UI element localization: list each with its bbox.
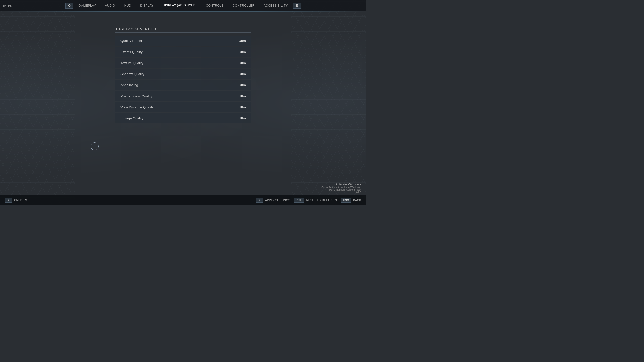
dlc-text: Hell's Rangers Content Pack <box>329 188 361 191</box>
setting-name-antialiasing: Antialiasing <box>120 83 138 87</box>
section-title: DISPLAY ADVANCED <box>115 27 251 33</box>
setting-value-texture-quality: Ultra <box>239 61 246 65</box>
nav-key-right[interactable]: E <box>293 3 301 9</box>
setting-name-texture-quality: Texture Quality <box>120 61 143 65</box>
setting-foliage-quality[interactable]: Foliage Quality Ultra <box>115 113 251 123</box>
back-group: ESC BACK <box>341 198 361 203</box>
tab-controls[interactable]: CONTROLS <box>202 2 228 9</box>
setting-name-quality-preset: Quality Preset <box>120 39 142 43</box>
setting-quality-preset[interactable]: Quality Preset Ultra <box>115 36 251 46</box>
apply-key[interactable]: X <box>256 198 263 203</box>
setting-antialiasing[interactable]: Antialiasing Ultra <box>115 80 251 90</box>
activate-title: Activate Windows <box>321 182 361 186</box>
setting-value-view-distance-quality: Ultra <box>239 105 246 109</box>
setting-value-post-process-quality: Ultra <box>239 94 246 98</box>
apply-label: APPLY SETTINGS <box>265 199 290 202</box>
tab-display-advanced[interactable]: DISPLAY (ADVANCED) <box>159 2 201 9</box>
setting-view-distance-quality[interactable]: View Distance Quality Ultra <box>115 102 251 112</box>
tab-audio[interactable]: AUDIO <box>101 2 119 9</box>
reset-key[interactable]: DEL <box>294 198 304 203</box>
setting-value-shadow-quality: Ultra <box>239 72 246 76</box>
tab-display[interactable]: DISPLAY <box>136 2 157 9</box>
setting-name-view-distance-quality: View Distance Quality <box>120 105 154 109</box>
reset-defaults-group: DEL RESET TO DEFAULTS <box>294 198 337 203</box>
bottom-bar: Z CREDITS X APPLY SETTINGS DEL RESET TO … <box>0 195 366 205</box>
activate-windows: Activate Windows Go to Settings to activ… <box>321 182 361 189</box>
version-info: Hell's Rangers Content Pack 1.02.0 <box>329 188 361 194</box>
bottom-right: X APPLY SETTINGS DEL RESET TO DEFAULTS E… <box>256 198 361 203</box>
setting-name-post-process-quality: Post Process Quality <box>120 94 152 98</box>
setting-name-shadow-quality: Shadow Quality <box>120 72 144 76</box>
setting-name-foliage-quality: Foliage Quality <box>120 116 143 120</box>
fps-counter: 60 FPS <box>3 4 12 7</box>
deco-line-top <box>0 11 366 12</box>
tab-hud[interactable]: HUD <box>120 2 135 9</box>
setting-shadow-quality[interactable]: Shadow Quality Ultra <box>115 69 251 79</box>
setting-value-effects-quality: Ultra <box>239 50 246 54</box>
version-text: 1.02.0 <box>329 191 361 194</box>
nav-key-left[interactable]: Q <box>65 3 73 9</box>
settings-panel: DISPLAY ADVANCED Quality Preset Ultra Ef… <box>115 27 251 124</box>
setting-value-antialiasing: Ultra <box>239 83 246 87</box>
tab-controller[interactable]: CONTROLLER <box>229 2 259 9</box>
credits-key[interactable]: Z <box>5 198 12 203</box>
credits-label: CREDITS <box>14 199 27 202</box>
tab-gameplay[interactable]: GAMEPLAY <box>74 2 100 9</box>
back-label: BACK <box>353 199 361 202</box>
bottom-left: Z CREDITS <box>5 198 27 203</box>
nav-bar: 60 FPS Q GAMEPLAY AUDIO HUD DISPLAY DISP… <box>0 0 366 11</box>
apply-settings-group: X APPLY SETTINGS <box>256 198 290 203</box>
reset-label: RESET TO DEFAULTS <box>306 199 337 202</box>
setting-effects-quality[interactable]: Effects Quality Ultra <box>115 47 251 57</box>
setting-value-quality-preset: Ultra <box>239 39 246 43</box>
back-key[interactable]: ESC <box>341 198 351 203</box>
setting-post-process-quality[interactable]: Post Process Quality Ultra <box>115 91 251 101</box>
setting-value-foliage-quality: Ultra <box>239 116 246 120</box>
tab-accessibility[interactable]: ACCESSIBILITY <box>260 2 292 9</box>
setting-texture-quality[interactable]: Texture Quality Ultra <box>115 58 251 68</box>
setting-name-effects-quality: Effects Quality <box>120 50 143 54</box>
main-area: DISPLAY ADVANCED Quality Preset Ultra Ef… <box>0 12 366 194</box>
